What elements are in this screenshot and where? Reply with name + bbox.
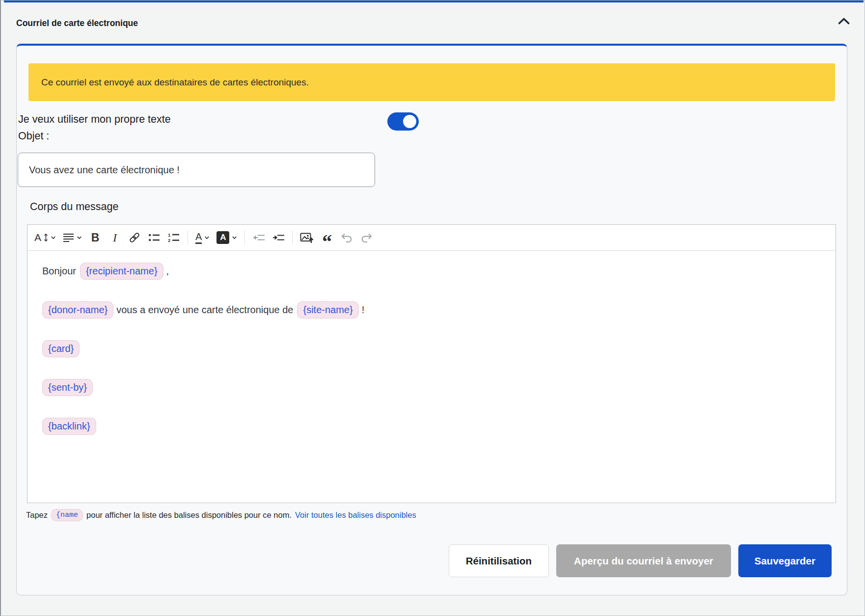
toolbar-separator <box>244 230 245 245</box>
help-description: pour afficher la liste des balises dispo… <box>86 510 292 520</box>
font-background-color-icon: A <box>216 231 229 244</box>
own-text-toggle-label: Je veux utiliser mon propre texte <box>18 113 171 126</box>
font-color-icon: A <box>195 232 202 244</box>
editor-paragraph: {donor-name}vous a envoyé une carte élec… <box>42 301 821 319</box>
chevron-down-icon <box>77 236 82 240</box>
bold-button[interactable]: B <box>86 228 105 247</box>
indent-icon <box>272 233 285 242</box>
preview-email-button[interactable]: Aperçu du courriel à envoyer <box>556 544 731 577</box>
editor-text: , <box>166 266 169 276</box>
editor-toolbar: A B <box>27 225 836 251</box>
outdent-icon <box>253 233 265 242</box>
subject-label: Objet : <box>18 130 49 142</box>
editor-text: Bonjour <box>42 266 76 276</box>
outdent-button[interactable] <box>249 228 268 247</box>
bulleted-list-button[interactable] <box>145 228 163 247</box>
image-upload-icon <box>300 232 314 244</box>
name-token-pill: {name <box>51 509 83 521</box>
reset-button[interactable]: Réinitilisation <box>449 544 549 577</box>
indent-button[interactable] <box>269 228 288 247</box>
block-quote-button[interactable]: “ <box>318 228 336 247</box>
text-alignment-button[interactable] <box>60 228 85 247</box>
redo-icon <box>360 233 373 243</box>
chevron-down-icon <box>232 236 237 240</box>
top-accent-bar <box>4 0 864 2</box>
link-icon <box>128 231 141 244</box>
bold-icon: B <box>91 231 100 244</box>
token-sent-by[interactable]: {sent-by} <box>42 379 93 396</box>
subject-input[interactable] <box>18 153 375 187</box>
token-card[interactable]: {card} <box>42 340 80 357</box>
token-site-name[interactable]: {site-name} <box>297 301 358 319</box>
insert-image-button[interactable] <box>297 228 317 247</box>
svg-text:2: 2 <box>168 238 170 243</box>
chevron-up-icon <box>838 17 850 25</box>
view-all-tokens-link[interactable]: Voir toutes les balises disponibles <box>295 510 416 520</box>
italic-icon: I <box>113 231 117 244</box>
page-title: Courriel de carte électronique <box>16 18 138 28</box>
updown-arrow-icon <box>44 233 48 242</box>
italic-button[interactable]: I <box>106 228 124 247</box>
editor-paragraph: {backlink} <box>42 418 821 435</box>
svg-text:1: 1 <box>168 232 171 238</box>
text-alignment-icon <box>63 233 74 242</box>
bulleted-list-icon <box>148 233 160 242</box>
undo-button[interactable] <box>337 228 356 247</box>
collapse-section-button[interactable] <box>836 14 852 27</box>
help-prefix: Tapez <box>26 510 48 520</box>
token-help-text: Tapez {name pour afficher la liste des b… <box>26 509 416 521</box>
editor-paragraph: {card} <box>42 340 821 357</box>
font-color-button[interactable]: A <box>192 228 213 247</box>
token-recipient-name[interactable]: {recipient-name} <box>80 263 163 280</box>
save-button[interactable]: Sauvegarder <box>738 544 832 577</box>
redo-button[interactable] <box>357 228 376 247</box>
toggle-knob <box>403 115 416 128</box>
link-button[interactable] <box>125 228 144 247</box>
chevron-down-icon <box>204 236 210 240</box>
font-size-button[interactable]: A <box>31 228 59 247</box>
form-actions: Réinitilisation Aperçu du courriel à env… <box>449 544 832 577</box>
numbered-list-icon: 1 2 <box>168 232 180 243</box>
editor-paragraph: Bonjour{recipient-name}, <box>42 263 821 280</box>
toolbar-separator <box>188 230 188 245</box>
rich-text-editor: A B <box>27 224 836 503</box>
editor-content[interactable]: Bonjour{recipient-name}, {donor-name}vou… <box>27 251 836 468</box>
block-quote-icon: “ <box>322 240 332 244</box>
ecard-email-settings-page: Courriel de carte électronique Ce courri… <box>0 0 865 616</box>
ecard-email-panel: Ce courriel est envoyé aux destinataires… <box>16 44 847 595</box>
own-text-toggle[interactable] <box>387 112 419 131</box>
editor-paragraph: {sent-by} <box>42 379 821 396</box>
info-banner-text: Ce courriel est envoyé aux destinataires… <box>41 77 309 88</box>
chevron-down-icon <box>51 236 56 240</box>
undo-icon <box>341 233 353 243</box>
message-body-label: Corps du message <box>30 201 118 213</box>
font-size-icon: A <box>34 232 41 243</box>
token-donor-name[interactable]: {donor-name} <box>42 301 113 319</box>
editor-text: ! <box>362 304 365 315</box>
font-background-color-button[interactable]: A <box>214 228 240 247</box>
token-backlink[interactable]: {backlink} <box>42 418 96 435</box>
editor-text: vous a envoyé une carte électronique de <box>116 304 293 315</box>
toolbar-separator <box>292 230 293 245</box>
info-banner: Ce courriel est envoyé aux destinataires… <box>28 63 835 101</box>
numbered-list-button[interactable]: 1 2 <box>164 228 183 247</box>
